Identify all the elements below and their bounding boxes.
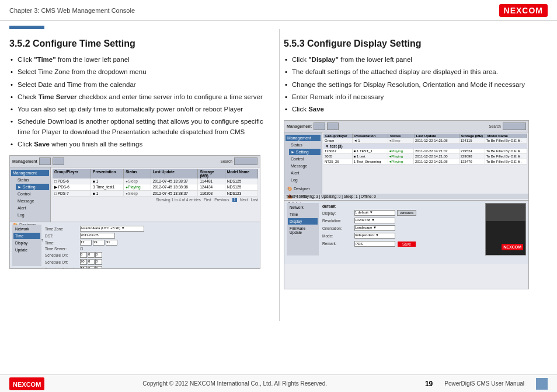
ss-right-net-display[interactable]: Display [288,218,318,225]
footer-copyright: Copyright © 2012 NEXCOM International Co… [142,380,327,387]
form-row-resolution: Resolution: 1024x768 ▼ [322,218,482,223]
main-content: 3.5.2 Configure Time Setting Click "Time… [0,34,557,366]
form-row-display: Display: 1 default ▼ Advance [322,210,482,216]
th-group-player: Group/Player [53,169,91,178]
footer-icon [536,378,548,390]
ss-left-btn2 [53,158,64,165]
table-row: NT25_26 1 Test_Streaming ●Playing 2011-1… [323,159,527,164]
form-row-sched-on: Schedule On: 8 0 0 [45,252,102,258]
form-row-timeserver: Time Server: ☐ [45,247,256,251]
bullet-6: Schedule Download is another optional se… [9,117,266,137]
right-screenshot: Management Search Management Status ► Se… [284,120,529,289]
ss-right-log[interactable]: Log [289,177,321,183]
nexcom-logo-header: NEXCOM [499,4,548,17]
bullet-7: Click Save when you finish all the setti… [9,139,266,149]
advance-btn[interactable]: Advance [397,210,416,216]
ss-sidebar-log[interactable]: Log [16,212,49,218]
bold-time: "Time" [34,56,56,63]
bullet-1: Click "Time" from the lower left panel [9,55,266,65]
right-bullet-4: Enter Remark info if necessary [284,92,546,102]
th-model: Model Name [225,169,258,178]
ss-right-designer[interactable]: 🎨 Designer [286,186,321,192]
form-row-time: Time: 12 39 31 [45,240,256,246]
ss-right-toolbar: Management Search [284,121,528,132]
ss-pagination: Showing 1 to 4 of 4 entries First Previo… [53,198,258,202]
right-bullet-1: Click "Display" from the lower left pane… [284,55,546,65]
ss-thumb-top [486,204,525,221]
left-section-title: 3.5.2 Configure Time Setting [9,38,266,49]
ss-search-label: Search [220,159,232,163]
ss-right-search-input[interactable] [503,123,526,130]
left-bullet-list: Click "Time" from the lower left panel S… [9,55,266,149]
right-bullet-list: Click "Display" from the lower left pane… [284,55,546,114]
group-header: ▼ test (3) [323,144,527,149]
ss-total-bar: Total: 4 Playing: 3 | Updating: 0 | Slee… [284,194,528,199]
ss-right-bottom-inner: Network Time Display Firmware Update def… [287,203,526,256]
chapter-title: Chapter 3: CMS Web Management Console [9,7,135,14]
ss-right-btn2 [327,123,339,130]
table-row: 136067 ■ 1 TEST_1 ●Playing 2011-12-22 14… [323,149,527,154]
ss-right-net-firmware[interactable]: Firmware Update [288,225,318,236]
ss-right-control[interactable]: Control [289,156,321,162]
th-storage: Storage (MB) [198,169,225,178]
ss-right-management: Management [287,124,312,128]
ss-left-bottom: Network Time Display Update Time Zone As… [10,222,260,268]
ss-right-net-sidebar: Network Time Display Firmware Update [287,203,319,256]
footer-nexcom-logo: NEXCOM [9,377,44,390]
ss-net-update[interactable]: Update [13,247,40,253]
ss-right-message[interactable]: Message [289,163,321,169]
ss-sidebar-setting[interactable]: ► Setting [16,184,49,190]
ss-right-btn1 [314,123,325,130]
ss-net-display[interactable]: Display [13,240,40,246]
page-number: 19 [425,380,433,388]
column-divider [279,29,280,321]
ss-right-thumbnail: NEXCOM [485,203,526,256]
form-row-mode: Mode: Independent ▼ [322,233,482,239]
ss-left-table-header: Group/Player Presentation Status Last Up… [53,169,258,178]
form-row-remark: Remark: PDS Save [322,240,482,247]
table-row: ▶ PDS-6 3 Time_test1 ●Playing 2012-07-45… [53,184,258,191]
ss-bottom-inner: Network Time Display Update Time Zone As… [12,225,257,266]
ss-right-sidebar: Management Status ► Setting Control Mess… [284,132,322,194]
ss-net-main: Time Zone Asia/Kolkata (UTC +5:30) ▼ DST… [44,225,257,266]
ss-sidebar-status[interactable]: Status [16,177,49,183]
ss-sidebar-message[interactable]: Message [16,198,49,204]
table-row: Grace ◄ 1 ●Sleep 2011-12-22 14:21:08 134… [323,138,527,144]
footer-right: 19 PowerDigiS CMS User Manual [425,378,548,390]
right-bullet-3: Change the settings for Display Resoluti… [284,80,546,90]
bold-display: "Display" [308,56,339,63]
th-last-update: Last Update [151,169,199,178]
ss-right-table-header: Group/Player Presentation Status Last Up… [323,134,527,138]
ss-right-status[interactable]: Status [289,142,321,148]
ss-right-setting[interactable]: ► Setting [289,149,321,155]
footer-manual-name: PowerDigiS CMS User Manual [444,380,524,387]
ss-right-net-network[interactable]: Network [288,204,318,211]
left-screenshot: Management Search Management Status ► Se… [9,155,260,269]
ss-right-management-item[interactable]: Management [286,135,321,141]
ss-left-sidebar: Management Status ► Setting Control Mess… [10,167,51,222]
ss-right-net-time[interactable]: Time [288,211,318,218]
bullet-4: Check Time Server checkbox and enter tim… [9,92,266,102]
ss-sidebar-management[interactable]: Management [11,170,49,176]
ss-search-input[interactable] [234,158,257,165]
form-row-timezone: Time Zone Asia/Kolkata (UTC +5:30) ▼ [45,226,256,232]
ss-sidebar-control[interactable]: Control [16,191,49,197]
page-footer: NEXCOM Copyright © 2012 NEXCOM Internati… [0,374,557,392]
page-header: Chapter 3: CMS Web Management Console NE… [0,0,557,21]
ss-left-main: Group/Player Presentation Status Last Up… [51,167,260,222]
form-row-dst: DST: 2012-07-05 [45,233,256,239]
bullet-5: You can also set up daily time to automa… [9,104,266,114]
form-row-orientation: Orientation: Landscape ▼ [322,225,482,231]
ss-right-alert[interactable]: Alert [289,170,321,176]
schedule-rows: Schedule On: 8 0 0 Schedule Off: 20 0 0 [45,252,256,269]
bullet-2: Select Time Zone from the dropdown menu [9,67,266,77]
ss-net-network[interactable]: Network [13,226,40,232]
left-column: 3.5.2 Configure Time Setting Click "Time… [9,34,278,366]
ss-nexcom-thumb-logo: NEXCOM [502,244,523,250]
form-row-sched-reboot: Schedule Reboot: 12 0 0 [45,266,102,269]
ss-right-save-btn[interactable]: Save [398,242,416,247]
ss-net-time[interactable]: Time [13,233,40,239]
th-presentation: Presentation [91,169,124,178]
ss-sidebar-alert[interactable]: Alert [16,205,49,211]
logo-text: NEXCOM [504,6,543,15]
